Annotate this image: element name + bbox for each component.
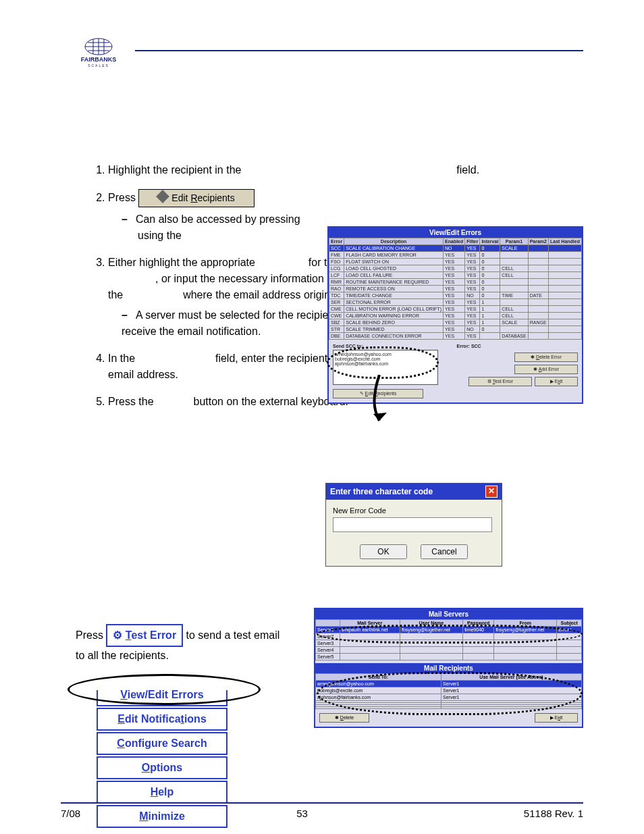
ok-button[interactable]: OK — [360, 544, 407, 559]
table-row[interactable]: CMECELL MOTION ERROR (LOAD CELL DRIFT)YE… — [329, 306, 582, 313]
close-icon[interactable]: ✕ — [485, 486, 498, 498]
add-error-button[interactable]: ✱ Add Error — [514, 365, 578, 374]
col-header: Description — [344, 238, 444, 245]
text: Highlight the recipient in the — [108, 164, 241, 176]
step-4: In the field, enter the recipient's emai… — [108, 350, 358, 383]
delete-button[interactable]: ✱ Delete — [319, 713, 369, 723]
table-row[interactable]: FMEFLASH CARD MEMORY ERRORYESYES0 — [329, 252, 582, 259]
table-row[interactable]: RAOREMOTE ACCESS ONYESYES0 — [329, 286, 582, 292]
edit-recipients-button[interactable]: Edit Recipients — [138, 189, 254, 207]
table-row[interactable]: SCCSCALE CALIBRATION CHANGENOYES0SCALE — [329, 245, 582, 252]
menu-options[interactable]: Options — [97, 756, 227, 779]
window-title: View/Edit Errors — [329, 228, 582, 238]
list-item[interactable]: bobregis@excite.com — [335, 357, 436, 361]
table-row[interactable]: Server2 — [316, 633, 582, 640]
text: A server must be selected for the recipi… — [122, 309, 350, 337]
error-label: Error: SCC — [457, 344, 481, 348]
dialog-title: Enter three character code — [330, 487, 433, 496]
menu-configure-search[interactable]: Configure Search — [97, 732, 227, 755]
col-header: Mail Server — [340, 620, 400, 627]
send-to-label: Send SCC to: — [333, 344, 454, 348]
col-header: Error — [329, 238, 344, 245]
col-header: Send To: — [316, 674, 441, 681]
svg-marker-9 — [373, 413, 387, 421]
exit-button[interactable]: ▶ Exit — [535, 377, 578, 386]
table-row[interactable]: LCFLOAD CELL FAILUREYESYES0CELL — [329, 272, 582, 279]
test-error-button[interactable]: ⚙ Test Error — [106, 624, 183, 647]
substep: A server must be selected for the recipi… — [122, 307, 358, 340]
text: Either highlight the appropriate — [108, 257, 255, 268]
new-error-code-input[interactable] — [333, 517, 492, 532]
col-header: Use Mail Server (See Above) — [441, 674, 582, 681]
footer-rule — [61, 802, 583, 804]
new-error-code-dialog: Enter three character code ✕ New Error C… — [325, 483, 502, 567]
text: button on the external keyboard. — [194, 396, 349, 407]
table-row[interactable]: FSOFLOAT SWITCH ONYESYES0 — [329, 259, 582, 265]
col-header: Filter — [465, 238, 480, 245]
table-row[interactable]: SBZSCALE BEHIND ZEROYESYES1SCALERANGE — [329, 319, 582, 326]
footer-doc: 51188 Rev. 1 — [524, 808, 583, 819]
text: Press — [76, 629, 103, 641]
document-page: FAIRBANKS SCALES Highlight the recipient… — [0, 0, 644, 834]
table-row[interactable]: ajohnson@fairbanks.comServer1 — [316, 694, 582, 701]
text: Can also be accessed by pressing — [136, 213, 300, 225]
label: Edit Recipients — [171, 192, 234, 203]
mail-recipients-title: Mail Recipients — [315, 663, 582, 673]
text: In the — [108, 353, 135, 364]
fairbanks-logo: FAIRBANKS SCALES — [74, 37, 123, 70]
footer-date: 7/08 — [61, 808, 80, 819]
exit-button[interactable]: ▶ Exit — [535, 713, 578, 723]
table-row[interactable]: LCGLOAD CELL GHOSTEDYESYES0CELL — [329, 265, 582, 272]
menu-edit-notifications[interactable]: Edit Notifications — [97, 708, 227, 731]
table-row[interactable]: RMRROUTINE MAINTENANCE REQUIREDYESYES0 — [329, 279, 582, 286]
col-header: From — [494, 620, 557, 627]
table-row[interactable]: Server4 — [316, 647, 582, 654]
text: field. — [456, 164, 479, 176]
errors-table: ErrorDescriptionEnabledFilterIntervalPar… — [329, 238, 582, 340]
page-footer: 7/08 53 51188 Rev. 1 — [61, 808, 583, 819]
col-header: Param1 — [500, 238, 528, 245]
col-header: Interval — [480, 238, 500, 245]
table-row[interactable]: TDCTIME/DATE CHANGEYESNO0TIMEDATE — [329, 292, 582, 299]
table-row[interactable]: arnedjohnson@yahoo.comServer1 — [316, 681, 582, 687]
footer-page: 53 — [296, 808, 308, 819]
test-error-button[interactable]: ⚙ Test Error — [468, 377, 532, 386]
col-header: Subject — [557, 620, 582, 627]
view-edit-errors-window: View/Edit Errors ErrorDescriptionEnabled… — [327, 226, 583, 404]
arrow-callout-icon — [369, 375, 396, 436]
table-row[interactable]: STRSCALE TRIMMEDYESNO0 — [329, 326, 582, 333]
table-row[interactable]: CWECALIBRATION WARNING ERRORYESYES1CELL — [329, 313, 582, 319]
svg-text:SCALES: SCALES — [88, 63, 109, 67]
dialog-field-label: New Error Code — [333, 506, 495, 515]
col-header — [316, 620, 340, 627]
table-row[interactable]: Server1smtpauth.earthlink.netfbsyseng@to… — [316, 627, 582, 633]
header-rule — [135, 50, 583, 51]
table-row[interactable]: bobregis@excite.comServer1 — [316, 687, 582, 694]
list-item[interactable]: arnedjohnson@yahoo.com — [335, 352, 436, 357]
step-3: Either highlight the appropriate for the… — [108, 255, 358, 340]
table-row[interactable] — [316, 707, 582, 709]
cancel-button[interactable]: Cancel — [421, 544, 468, 559]
step-1: Highlight the recipient in the field. — [108, 162, 582, 178]
text: Press the — [108, 396, 154, 407]
delete-error-button[interactable]: ✱ Delete Error — [514, 353, 578, 362]
col-header: Param2 — [528, 238, 548, 245]
col-header: Enabled — [444, 238, 465, 245]
text: using the — [138, 230, 182, 241]
pencil-icon — [156, 190, 169, 203]
svg-text:FAIRBANKS: FAIRBANKS — [81, 56, 117, 63]
text: field, enter the recipient's email addre… — [108, 353, 335, 380]
list-item[interactable]: ajohnson@fairbanks.com — [335, 361, 436, 366]
menu-view-edit-errors[interactable]: View/Edit Errors — [97, 683, 227, 706]
table-row[interactable]: Server3 — [316, 640, 582, 647]
table-row[interactable]: DBEDATABASE CONNECTION ERRORYESYESDATABA… — [329, 333, 582, 340]
table-row[interactable]: Server5 — [316, 654, 582, 660]
menu-help[interactable]: Help — [97, 781, 227, 804]
col-header: Password — [463, 620, 494, 627]
mail-servers-table: Mail ServerUser NamePasswordFromSubjectS… — [315, 619, 582, 660]
table-row[interactable]: SERSECTIONAL ERRORYESYES1 — [329, 299, 582, 306]
step-5: Press the button on the external keyboar… — [108, 394, 358, 410]
test-error-paragraph: Press ⚙ Test Error to send a test email … — [76, 624, 292, 664]
mail-servers-window: Mail Servers Mail ServerUser NamePasswor… — [314, 608, 583, 728]
mail-recipients-table: Send To:Use Mail Server (See Above)arned… — [315, 673, 582, 709]
